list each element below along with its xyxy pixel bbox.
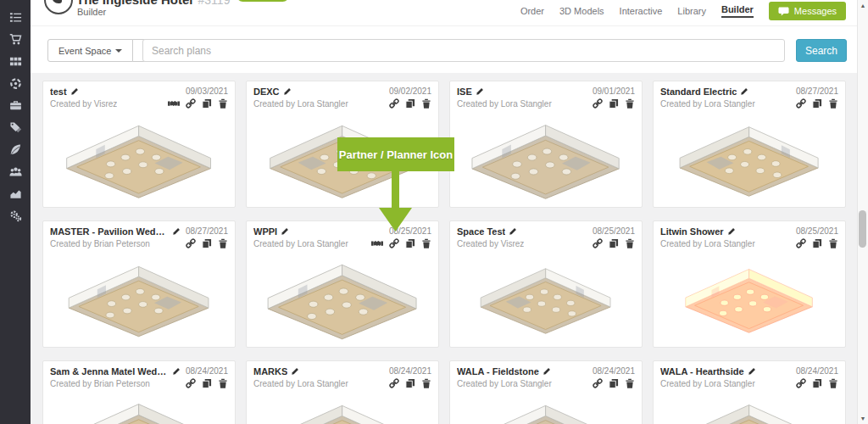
duplicate-icon[interactable] xyxy=(812,378,822,388)
plan-card[interactable]: Standard Electric 08/27/2021 Created by … xyxy=(653,81,846,208)
duplicate-icon[interactable] xyxy=(812,238,822,248)
duplicate-icon[interactable] xyxy=(202,378,212,388)
edit-plan-icon[interactable] xyxy=(542,367,551,376)
floorplan-thumbnail[interactable] xyxy=(457,111,635,199)
floorplan-thumbnail[interactable] xyxy=(660,391,838,424)
link-icon[interactable] xyxy=(186,238,196,248)
floorplan-thumbnail[interactable] xyxy=(50,391,228,424)
delete-icon[interactable] xyxy=(828,98,838,109)
edit-plan-icon[interactable] xyxy=(281,227,289,236)
delete-icon[interactable] xyxy=(218,238,228,248)
team-icon[interactable] xyxy=(8,165,22,178)
duplicate-icon[interactable] xyxy=(405,238,415,248)
edit-plan-icon[interactable] xyxy=(740,87,748,96)
edit-plan-icon[interactable] xyxy=(291,367,299,376)
link-icon[interactable] xyxy=(389,378,399,388)
property-logo[interactable] xyxy=(44,0,73,14)
cart-icon[interactable] xyxy=(8,32,22,46)
plan-date: 09/01/2021 xyxy=(593,86,635,96)
plan-card[interactable]: Litwin Shower 08/25/2021 Created by Lora… xyxy=(653,220,846,348)
scrollbar-thumb[interactable] xyxy=(859,210,866,248)
delete-icon[interactable] xyxy=(218,98,228,109)
plan-card[interactable]: WALA - Hearthside 08/24/2021 Created by … xyxy=(653,360,846,424)
plan-actions xyxy=(593,98,635,109)
duplicate-icon[interactable] xyxy=(202,238,212,248)
plan-card[interactable]: MARKS 08/24/2021 Created by Lora Stangle… xyxy=(246,360,439,424)
duplicate-icon[interactable] xyxy=(202,98,212,109)
plan-card[interactable]: Sam & Jenna Matel Wedding Reception 08/2… xyxy=(42,360,236,424)
partner-planner-icon[interactable] xyxy=(168,98,180,109)
delete-icon[interactable] xyxy=(625,98,635,109)
duplicate-icon[interactable] xyxy=(405,378,415,388)
link-icon[interactable] xyxy=(186,98,196,109)
link-icon[interactable] xyxy=(796,238,806,248)
support-ring-icon[interactable] xyxy=(8,76,22,90)
delete-icon[interactable] xyxy=(421,378,431,388)
messages-button[interactable]: Messages xyxy=(769,2,846,20)
floorplan-thumbnail[interactable] xyxy=(50,111,228,199)
floorplan-thumbnail[interactable] xyxy=(457,251,635,339)
edit-plan-icon[interactable] xyxy=(476,87,484,96)
nav-order[interactable]: Order xyxy=(520,6,544,16)
leaf-icon[interactable] xyxy=(8,142,22,156)
scroll-up-icon[interactable]: ▲ xyxy=(858,0,868,11)
nav-3d-models[interactable]: 3D Models xyxy=(559,6,604,16)
edit-plan-icon[interactable] xyxy=(283,87,292,96)
duplicate-icon[interactable] xyxy=(405,98,415,109)
plan-byline: Created by Lora Stangler xyxy=(660,379,755,388)
event-space-filter[interactable]: Event Space xyxy=(47,39,133,62)
scrollbar[interactable]: ▲ ▼ xyxy=(857,0,868,424)
link-icon[interactable] xyxy=(593,378,603,388)
duplicate-icon[interactable] xyxy=(609,98,619,109)
nav-interactive[interactable]: Interactive xyxy=(620,6,663,16)
link-icon[interactable] xyxy=(389,238,399,248)
duplicate-icon[interactable] xyxy=(609,378,619,388)
delete-icon[interactable] xyxy=(421,98,431,109)
nav-builder[interactable]: Builder xyxy=(721,4,754,18)
settings-icon[interactable] xyxy=(8,209,22,222)
link-icon[interactable] xyxy=(593,98,603,109)
link-icon[interactable] xyxy=(796,98,806,109)
plan-card[interactable]: ISE 09/01/2021 Created by Lora Stangler xyxy=(449,81,643,208)
delete-icon[interactable] xyxy=(218,378,228,388)
delete-icon[interactable] xyxy=(828,378,838,388)
search-button[interactable]: Search xyxy=(796,39,847,62)
edit-plan-icon[interactable] xyxy=(70,87,79,96)
link-icon[interactable] xyxy=(186,378,196,388)
floorplan-thumbnail[interactable] xyxy=(253,251,431,339)
tags-icon[interactable] xyxy=(8,120,22,134)
stats-icon[interactable] xyxy=(8,187,22,200)
edit-plan-icon[interactable] xyxy=(727,227,736,236)
floorplan-thumbnail[interactable] xyxy=(660,111,838,199)
edit-plan-icon[interactable] xyxy=(172,227,181,236)
search-input[interactable] xyxy=(142,39,785,62)
edit-plan-icon[interactable] xyxy=(509,227,517,236)
link-icon[interactable] xyxy=(796,378,806,388)
delete-icon[interactable] xyxy=(625,378,635,388)
plan-card[interactable]: Space Test 08/25/2021 Created by Visrez xyxy=(449,220,643,348)
floorplan-thumbnail[interactable] xyxy=(253,391,431,424)
plan-card[interactable]: WALA - Fieldstone 08/24/2021 Created by … xyxy=(449,360,643,424)
edit-plan-icon[interactable] xyxy=(748,367,756,376)
delete-icon[interactable] xyxy=(828,238,838,248)
duplicate-icon[interactable] xyxy=(609,238,619,248)
plan-list-icon[interactable] xyxy=(8,10,22,24)
plan-actions xyxy=(796,238,838,248)
delete-icon[interactable] xyxy=(625,238,635,248)
plan-card[interactable]: MASTER - Pavilion Wedding Reception 08/2… xyxy=(42,220,236,348)
plan-card[interactable]: test 09/03/2021 Created by Visrez xyxy=(42,81,236,208)
plan-card[interactable]: WPPI 08/25/2021 Created by Lora Stangler xyxy=(246,220,439,348)
edit-plan-icon[interactable] xyxy=(172,367,181,376)
duplicate-icon[interactable] xyxy=(812,98,822,109)
delete-icon[interactable] xyxy=(421,238,431,248)
briefcase-icon[interactable] xyxy=(8,98,22,112)
floorplan-thumbnail[interactable] xyxy=(457,391,635,424)
partner-planner-icon[interactable] xyxy=(371,238,383,248)
nav-library[interactable]: Library xyxy=(677,6,706,16)
floorplan-thumbnail[interactable] xyxy=(50,251,228,339)
grid-icon[interactable] xyxy=(8,54,22,68)
link-icon[interactable] xyxy=(389,98,399,109)
floorplan-thumbnail[interactable] xyxy=(660,251,838,339)
scroll-down-icon[interactable]: ▼ xyxy=(858,413,868,424)
link-icon[interactable] xyxy=(593,238,603,248)
